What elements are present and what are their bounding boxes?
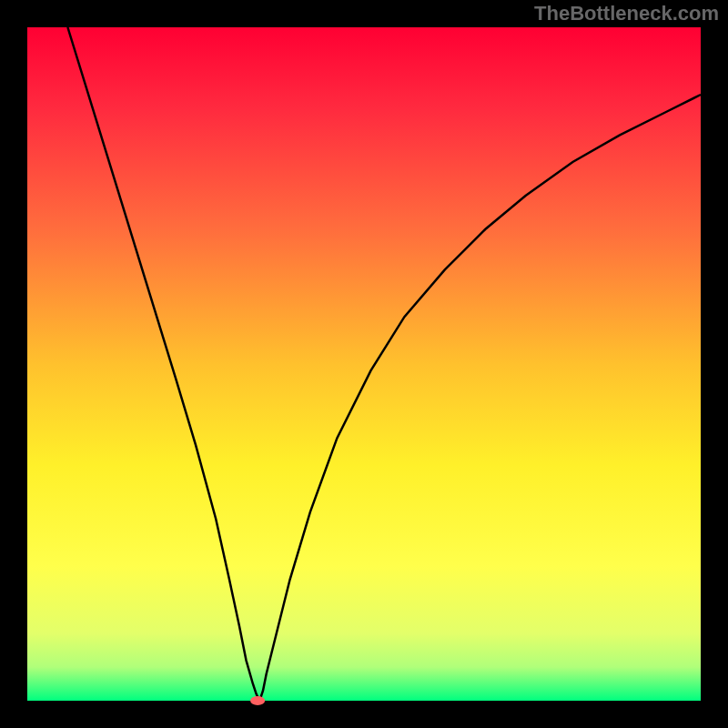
plot-svg — [0, 0, 728, 728]
watermark-text: TheBottleneck.com — [534, 2, 719, 25]
chart-figure: TheBottleneck.com — [0, 0, 728, 728]
plot-area — [27, 27, 701, 701]
minimum-marker — [250, 696, 265, 705]
